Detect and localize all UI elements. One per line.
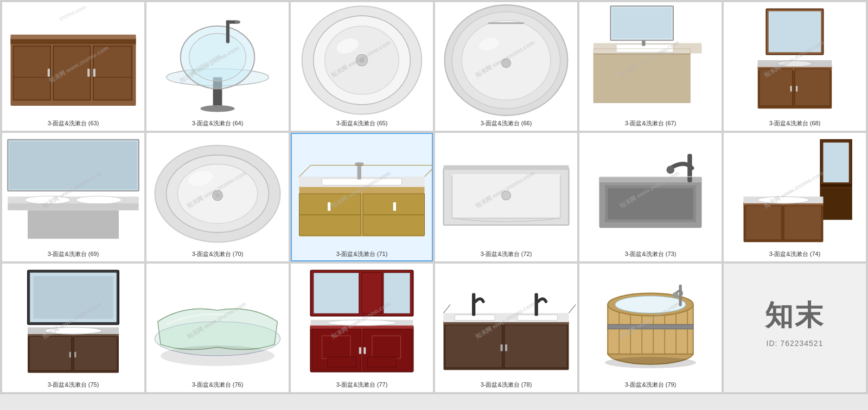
item-label-77: 3-面盆&洗漱台 (77) bbox=[335, 379, 389, 391]
svg-point-110 bbox=[45, 328, 102, 335]
item-label-63: 3-面盆&洗漱台 (63) bbox=[47, 117, 100, 130]
svg-rect-4 bbox=[93, 46, 132, 100]
svg-point-50 bbox=[778, 61, 812, 67]
item-label-65: 3-面盆&洗漱台 (65) bbox=[335, 117, 389, 130]
svg-rect-81 bbox=[444, 165, 569, 170]
svg-rect-154 bbox=[679, 285, 682, 306]
svg-rect-107 bbox=[69, 352, 71, 358]
svg-rect-125 bbox=[359, 347, 361, 354]
svg-rect-56 bbox=[8, 203, 139, 210]
svg-point-99 bbox=[758, 197, 809, 204]
svg-point-19 bbox=[235, 21, 241, 24]
svg-rect-32 bbox=[593, 49, 691, 103]
svg-rect-5 bbox=[48, 69, 50, 77]
item-image-70: 知末网 www.znzmo.com bbox=[148, 134, 288, 248]
item-image-74: 知末网 www.znzmo.com bbox=[725, 134, 865, 248]
item-image-65: 知末网 www.znzmo.com bbox=[292, 3, 432, 117]
item-label-78: 3-面盆&洗漱台 (78) bbox=[480, 379, 533, 391]
svg-rect-139 bbox=[505, 344, 507, 351]
svg-rect-138 bbox=[501, 344, 503, 351]
svg-rect-66 bbox=[322, 178, 402, 185]
svg-point-54 bbox=[25, 196, 71, 204]
item-image-73: 知末网 www.znzmo.com bbox=[580, 134, 720, 248]
svg-rect-127 bbox=[328, 357, 356, 367]
svg-point-112 bbox=[161, 345, 275, 366]
svg-point-155 bbox=[673, 292, 679, 298]
image-grid: znzmo.com 知末网 www.znzmo.com 3-面盆&洗漱台 (63… bbox=[0, 0, 868, 394]
item-label-69: 3-面盆&洗漱台 (69) bbox=[47, 248, 100, 260]
svg-rect-47 bbox=[790, 86, 792, 92]
branding-image: 知末 ID: 762234521 bbox=[725, 276, 865, 368]
item-image-78: 知末网 www.znzmo.com bbox=[436, 265, 576, 379]
grid-item-65[interactable]: 知末网 www.znzmo.com 3-面盆&洗漱台 (65) bbox=[291, 2, 433, 131]
item-label-66: 3-面盆&洗漱台 (66) bbox=[480, 117, 533, 130]
grid-item-72[interactable]: 知末网 www.znzmo.com 3-面盆&洗漱台 (72) bbox=[435, 133, 577, 261]
grid-item-79[interactable]: 知末网 www.znzmo.com 3-面盆&洗漱台 (79) bbox=[579, 264, 722, 392]
svg-rect-72 bbox=[393, 202, 396, 211]
grid-item-67[interactable]: 知末网 www.znzmo.com 3-面盆&洗漱台 (67) bbox=[579, 2, 722, 131]
item-image-72: 知末网 www.znzmo.com bbox=[436, 134, 576, 248]
svg-point-55 bbox=[76, 196, 122, 204]
svg-point-88 bbox=[666, 166, 674, 174]
svg-rect-126 bbox=[363, 347, 366, 354]
svg-rect-48 bbox=[796, 86, 797, 92]
svg-line-140 bbox=[444, 305, 451, 313]
svg-point-156 bbox=[605, 357, 696, 368]
grid-item-branding: 知末 ID: 762234521 bbox=[724, 264, 866, 392]
svg-rect-134 bbox=[472, 293, 475, 316]
svg-rect-93 bbox=[820, 188, 852, 220]
item-image-77: 知末网 www.znzmo.com bbox=[292, 265, 432, 379]
grid-item-76[interactable]: 知末网 www.znzmo.com 3-面盆&洗漱台 (76) bbox=[146, 264, 289, 392]
item-image-79: 知末网 www.znzmo.com bbox=[580, 265, 720, 379]
svg-point-14 bbox=[201, 105, 235, 112]
grid-item-78[interactable]: 知末网 www.znzmo.com 3-面盆&洗漱台 (78) bbox=[435, 264, 577, 392]
grid-item-68[interactable]: 知末网 www.znzmo.com 3-面盆&洗漱台 (68) bbox=[724, 2, 866, 131]
item-image-67: 知末网 www.znzmo.com bbox=[580, 3, 720, 117]
grid-item-77[interactable]: 知末网 www.znzmo.com 3-面盆&洗漱台 (77) bbox=[291, 264, 433, 392]
svg-rect-91 bbox=[824, 143, 849, 183]
svg-rect-84 bbox=[599, 177, 702, 183]
svg-point-80 bbox=[502, 191, 511, 200]
grid-item-73[interactable]: 知末网 www.znzmo.com 3-面盆&洗漱台 (73) bbox=[579, 133, 722, 261]
svg-text:znzmo.com: znzmo.com bbox=[58, 3, 87, 22]
svg-rect-57 bbox=[28, 210, 119, 239]
svg-rect-46 bbox=[795, 69, 830, 106]
brand-logo: 知末 bbox=[765, 297, 825, 335]
grid-item-71[interactable]: 知末网 www.znzmo.com 3-面盆&洗漱台 (71) bbox=[291, 133, 433, 261]
grid-item-70[interactable]: 知末网 www.znzmo.com 3-面盆&洗漱台 (70) bbox=[146, 133, 289, 261]
svg-rect-114 bbox=[314, 273, 359, 314]
item-label-79: 3-面盆&洗漱台 (79) bbox=[624, 379, 678, 391]
grid-item-75[interactable]: 知末网 www.znzmo.com 3-面盆&洗漱台 (75) bbox=[2, 264, 144, 392]
item-label-75: 3-面盆&洗漱台 (75) bbox=[47, 379, 100, 391]
item-label-76: 3-面盆&洗漱台 (76) bbox=[191, 379, 245, 391]
svg-point-124 bbox=[328, 320, 396, 326]
item-label-74: 3-面盆&洗漱台 (74) bbox=[768, 248, 822, 260]
svg-rect-105 bbox=[29, 336, 72, 370]
svg-rect-137 bbox=[505, 325, 567, 368]
item-image-75: 知末网 www.znzmo.com bbox=[3, 265, 143, 379]
svg-rect-151 bbox=[608, 324, 693, 329]
svg-rect-2 bbox=[14, 46, 50, 100]
svg-rect-42 bbox=[769, 11, 821, 53]
svg-rect-108 bbox=[74, 352, 76, 358]
svg-line-75 bbox=[299, 165, 311, 177]
item-image-68: 知末网 www.znzmo.com bbox=[725, 3, 865, 117]
svg-rect-92 bbox=[820, 184, 852, 187]
item-label-68: 3-面盆&洗漱台 (68) bbox=[768, 117, 822, 130]
svg-line-76 bbox=[425, 165, 432, 177]
grid-item-69[interactable]: 知末网 www.znzmo.com 3-面盆&洗漱台 (69) bbox=[2, 133, 144, 261]
item-label-72: 3-面盆&洗漱台 (72) bbox=[480, 248, 533, 260]
grid-item-63[interactable]: znzmo.com 知末网 www.znzmo.com 3-面盆&洗漱台 (63… bbox=[2, 2, 144, 131]
item-image-64: znzmo.com 知末网 www.znzmo.com bbox=[148, 3, 288, 117]
grid-item-66[interactable]: 知末网 www.znzmo.com 3-面盆&洗漱台 (66) bbox=[435, 2, 577, 131]
grid-item-74[interactable]: 知末网 www.znzmo.com 3-面盆&洗漱台 (74) bbox=[724, 133, 866, 261]
item-image-76: 知末网 www.znzmo.com bbox=[148, 265, 288, 379]
svg-point-153 bbox=[615, 296, 686, 313]
svg-rect-116 bbox=[384, 273, 410, 314]
svg-point-16 bbox=[189, 34, 246, 81]
svg-rect-8 bbox=[11, 35, 136, 39]
grid-item-64[interactable]: znzmo.com 知末网 www.znzmo.com 3-面盆&洗漱台 (64… bbox=[146, 2, 289, 131]
svg-rect-86 bbox=[608, 188, 693, 220]
svg-rect-52 bbox=[9, 142, 137, 189]
item-label-70: 3-面盆&洗漱台 (70) bbox=[191, 248, 245, 260]
